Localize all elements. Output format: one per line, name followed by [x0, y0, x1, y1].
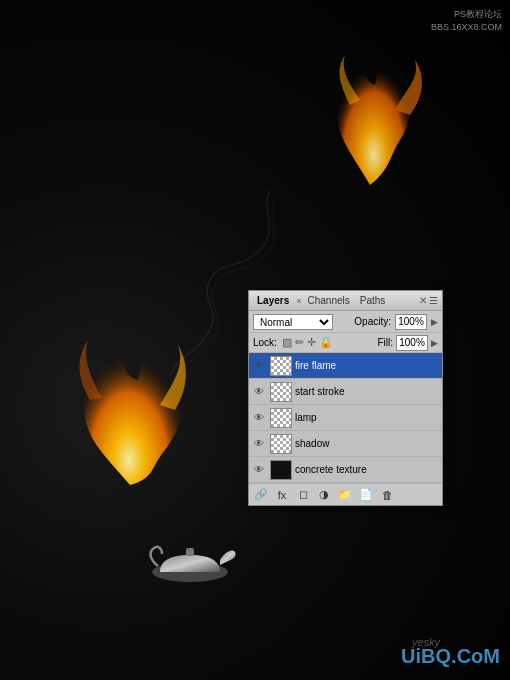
link-layers-button[interactable]: 🔗: [252, 486, 270, 504]
lock-position-icon[interactable]: ✛: [307, 336, 316, 349]
layer-item-start-stroke[interactable]: 👁 start stroke: [249, 379, 442, 405]
layer-thumbnail-shadow: [270, 434, 292, 454]
layers-list: 👁 fire flame 👁 start stroke 👁 lamp 👁: [249, 353, 442, 483]
layer-thumbnail-start-stroke: [270, 382, 292, 402]
add-mask-button[interactable]: ◻: [294, 486, 312, 504]
opacity-label: Opacity:: [354, 316, 391, 327]
tab-layers-close[interactable]: ×: [296, 296, 301, 306]
layer-name-fire-flame: fire flame: [295, 360, 440, 371]
layer-name-lamp: lamp: [295, 412, 440, 423]
blend-opacity-row: Normal Opacity: 100% ▶: [249, 311, 442, 333]
fill-label: Fill:: [377, 337, 393, 348]
layer-item-fire-flame[interactable]: 👁 fire flame: [249, 353, 442, 379]
watermark-top: PS教程论坛 BBS.16XX8.COM: [431, 8, 502, 33]
lock-image-icon[interactable]: ✏: [295, 336, 304, 349]
flame-top: [310, 30, 430, 190]
flame-bottom: [60, 310, 210, 490]
layer-visibility-start-stroke[interactable]: 👁: [251, 384, 267, 400]
layer-item-concrete-texture[interactable]: 👁 concrete texture: [249, 457, 442, 483]
panel-close-button[interactable]: ✕: [419, 295, 427, 306]
new-layer-button[interactable]: 📄: [357, 486, 375, 504]
layer-thumbnail-concrete-texture: [270, 460, 292, 480]
svg-rect-1: [186, 548, 194, 556]
panel-menu-icon[interactable]: ☰: [429, 295, 438, 306]
layer-item-shadow[interactable]: 👁 shadow: [249, 431, 442, 457]
layer-name-start-stroke: start stroke: [295, 386, 440, 397]
blend-mode-select[interactable]: Normal: [253, 314, 333, 330]
layer-visibility-lamp[interactable]: 👁: [251, 410, 267, 426]
tab-channels[interactable]: Channels: [304, 294, 354, 307]
delete-layer-button[interactable]: 🗑: [378, 486, 396, 504]
lock-all-icon[interactable]: 🔒: [319, 336, 333, 349]
lock-fill-row: Lock: ▨ ✏ ✛ 🔒 Fill: 100% ▶: [249, 333, 442, 353]
layer-thumbnail-fire-flame: [270, 356, 292, 376]
layer-visibility-concrete-texture[interactable]: 👁: [251, 462, 267, 478]
layer-thumbnail-lamp: [270, 408, 292, 428]
watermark-uibq: UiBQ.CoM: [401, 645, 500, 668]
group-layers-button[interactable]: 📁: [336, 486, 354, 504]
layer-item-lamp[interactable]: 👁 lamp: [249, 405, 442, 431]
layers-panel: Layers × Channels Paths ✕ ☰ Normal Opaci…: [248, 290, 443, 506]
lock-transparent-icon[interactable]: ▨: [282, 336, 292, 349]
opacity-value[interactable]: 100%: [395, 314, 427, 330]
fill-arrow-icon[interactable]: ▶: [431, 338, 438, 348]
tab-paths[interactable]: Paths: [356, 294, 390, 307]
lamp: [140, 530, 240, 590]
layer-visibility-fire-flame[interactable]: 👁: [251, 358, 267, 374]
layer-effects-button[interactable]: fx: [273, 486, 291, 504]
layer-name-concrete-texture: concrete texture: [295, 464, 440, 475]
panel-titlebar: Layers × Channels Paths ✕ ☰: [249, 291, 442, 311]
layer-visibility-shadow[interactable]: 👁: [251, 436, 267, 452]
panel-bottom-toolbar: 🔗 fx ◻ ◑ 📁 📄 🗑: [249, 483, 442, 505]
lock-label: Lock:: [253, 337, 277, 348]
opacity-arrow-icon[interactable]: ▶: [431, 317, 438, 327]
tab-layers[interactable]: Layers: [253, 294, 293, 307]
panel-tabs: Layers × Channels Paths: [253, 294, 419, 307]
adjustment-button[interactable]: ◑: [315, 486, 333, 504]
fill-value[interactable]: 100%: [396, 335, 428, 351]
layer-name-shadow: shadow: [295, 438, 440, 449]
